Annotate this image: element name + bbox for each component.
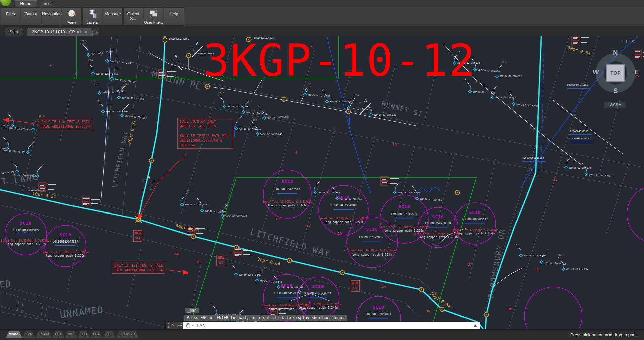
service-drop: 30P-10-12-CTB-052 — [0, 160, 19, 175]
service-drop: 30P-10-12-CTB-060 — [98, 100, 128, 113]
lot-number: 29 — [337, 232, 342, 236]
command-bar-grip[interactable]: ✕ — [166, 322, 183, 329]
ribbon-panel-label: User Inte... — [144, 20, 163, 24]
command-options-caret-icon[interactable] — [191, 325, 194, 326]
service-drop: 30P-10-12-CTB-02225.0 — [495, 61, 522, 78]
viewcube[interactable]: N W E S TOP WCS ▾ — [592, 49, 639, 111]
service-drop: 30P-10-12-CTB-03616.6 — [218, 91, 249, 108]
ribbon-panel-label: Navigation — [42, 12, 61, 16]
cable-joint-node — [191, 234, 196, 239]
node-id-label: LOC000050735513 — [27, 189, 47, 192]
sheet-tab-001[interactable]: 001 — [52, 331, 64, 338]
new-oj-marker: NEW OJ — [216, 255, 225, 266]
sheet-tab-004[interactable]: 004 — [90, 331, 102, 338]
terminal-label: 30P-10-12-CTB-012 — [225, 215, 247, 218]
ribbon-panel-user-inte[interactable]: User Inte... — [144, 7, 163, 26]
service-drop: 30P-10-12-CTB-050 — [0, 137, 10, 150]
svg-text:LOC000044384985: LOC000044384985 — [13, 228, 39, 232]
ribbon-panel-files[interactable]: Files — [1, 7, 20, 26]
sheet-tab-005[interactable]: 005 — [103, 331, 115, 338]
sheet-tab-cvr[interactable]: CVR — [23, 331, 35, 338]
sheet-tab-002[interactable]: 002 — [65, 331, 77, 338]
viewcube-south[interactable]: S — [613, 87, 618, 95]
customize-wrench-icon[interactable] — [177, 323, 182, 328]
command-line-bar[interactable]: ✕ PAN — [166, 322, 480, 329]
red-annotation-box: ONLY IF 1ST TEST'S FAIL HAUL ADDITIONAL … — [112, 262, 165, 274]
ribbon-tab-home[interactable]: Home — [15, 0, 37, 7]
document-tab-bar: Start3KGP-10-12-L0101_CP_v1✕+ — [0, 26, 644, 36]
ribbon-panel-view[interactable]: View — [62, 7, 82, 26]
svg-text:Speed Test 17.95Mbps & 2.31Mbp: Speed Test 17.95Mbps & 2.31Mbps — [262, 200, 312, 203]
pan-hand-icon[interactable] — [185, 323, 191, 328]
terminal-label: 30P-10-12-CTB-024 — [494, 96, 517, 99]
loc-id-label: LOC000045615155 — [567, 84, 588, 86]
sheet-tab-003[interactable]: 003 — [78, 331, 90, 338]
span-length-label: 22.2 — [88, 59, 93, 61]
equipment-label-pair — [572, 36, 589, 45]
lot-number: 26 — [196, 260, 200, 264]
ribbon-panel-label: View — [62, 20, 81, 24]
cable-joint-node — [340, 271, 345, 275]
sheet-tab-model[interactable]: Model — [6, 331, 22, 338]
command-echo: _pan — [185, 308, 199, 313]
doc-tab-active[interactable]: 3KGP-10-12-L0101_CP_v1✕ — [27, 28, 93, 36]
service-drop: 30P-10-12-CTB-027 — [516, 244, 546, 257]
viewcube-east[interactable]: E — [634, 68, 639, 76]
svg-text:LOC000035945837: LOC000035945837 — [53, 240, 78, 243]
span-length-label: 20.2 — [354, 93, 359, 96]
sheet-tab-fsam[interactable]: FSAM — [35, 331, 52, 338]
command-input[interactable]: PAN — [197, 323, 206, 328]
app-logo-icon[interactable] — [0, 0, 11, 7]
svg-text:LOC000012858444: LOC000012858444 — [305, 292, 331, 295]
command-history-toggle-icon[interactable] — [474, 324, 477, 327]
service-drop: 30P-10-12-CTB-011 — [197, 198, 228, 214]
viewcube-top-face[interactable]: TOP — [606, 64, 625, 82]
lot-number: 13 — [392, 143, 397, 147]
svg-text:long copper path 1.258m: long copper path 1.258m — [324, 220, 363, 224]
ribbon-panel-measure[interactable]: Measure — [103, 7, 123, 26]
service-drop: 30P-10-12-CTB-02923.4 — [558, 254, 588, 270]
terminal-label: 30P-10-12-CTB-035 — [374, 114, 396, 116]
ribbon-panel-label: Object S... — [124, 12, 143, 21]
cable-joint-node — [187, 54, 191, 58]
svg-text:Speed Test 13.8Mbps & 2.39Mbps: Speed Test 13.8Mbps & 2.39Mbps — [41, 251, 90, 254]
ribbon-panel-output[interactable]: Output — [21, 7, 41, 26]
sc10-coverage-circle: SC10LOC000035531688Speed Test 17.07Mbps … — [318, 185, 368, 235]
sheet-tab-legend[interactable]: LEGEND — [116, 331, 139, 338]
service-drop: 30P-10-12-CTB-01028.2 — [180, 189, 207, 206]
close-button[interactable]: ✕ — [632, 39, 635, 44]
restore-button[interactable]: ▢ — [626, 39, 630, 44]
svg-text:SC10: SC10 — [312, 284, 324, 289]
terminal-label: 30P-10-12-CTB-054 — [91, 50, 114, 56]
minimize-button[interactable]: – — [622, 39, 624, 44]
title-bar: Home ▣ ▾ — [0, 0, 644, 7]
service-drop: 30P-10-12-CTB-030 — [564, 156, 591, 169]
svg-text:LOC000007865881: LOC000007865881 — [366, 312, 391, 316]
doc-tab-start[interactable]: Start — [5, 28, 23, 36]
span-length-label: 30.6 — [82, 39, 87, 42]
ribbon-panel-label: Layers — [83, 20, 102, 24]
terminal-label: 30P-10-12-CTB-029 — [566, 268, 588, 270]
ribbon-panel-layers[interactable]: Layers — [82, 7, 102, 26]
svg-text:Speed Test 14.35Mbps & 2.35Mbp: Speed Test 14.35Mbps & 2.35Mbps — [1, 239, 51, 242]
svg-text:SC10: SC10 — [372, 305, 384, 310]
terminal-label: 30P-10-12-CTB-051 — [3, 149, 26, 154]
ribbon-panel-object-s[interactable]: Object S... — [123, 7, 143, 26]
viewcube-west[interactable]: W — [593, 68, 599, 76]
svg-text:SC10: SC10 — [281, 283, 292, 288]
ribbon-panel-help[interactable]: Help — [164, 7, 184, 26]
svg-text:LOC000020220851: LOC000020220851 — [359, 236, 385, 239]
drawing-canvas[interactable]: MCMINN PLBENNET STLITCHFIELD WAYLITCHFIE… — [0, 36, 644, 329]
ribbon-panel-navigation[interactable]: Navigation — [42, 7, 61, 26]
svg-text:long copper path 1.184m: long copper path 1.184m — [455, 232, 495, 235]
close-icon[interactable]: ✕ — [171, 323, 174, 327]
new-tab-button[interactable]: + — [93, 29, 99, 35]
terminal-label: 30P-10-12-CTB-036 — [226, 105, 249, 108]
terminal-label: 30P-10-12-CTB-030 — [569, 167, 591, 169]
svg-text:SC10: SC10 — [281, 179, 293, 184]
wcs-dropdown[interactable]: WCS ▾ — [604, 102, 626, 108]
tab-close-icon[interactable]: ✕ — [85, 30, 88, 34]
viewcube-north[interactable]: N — [613, 49, 618, 57]
ribbon-panel-label: Help — [164, 12, 184, 16]
quick-access-toolbar-button[interactable]: ▣ ▾ — [41, 1, 52, 6]
